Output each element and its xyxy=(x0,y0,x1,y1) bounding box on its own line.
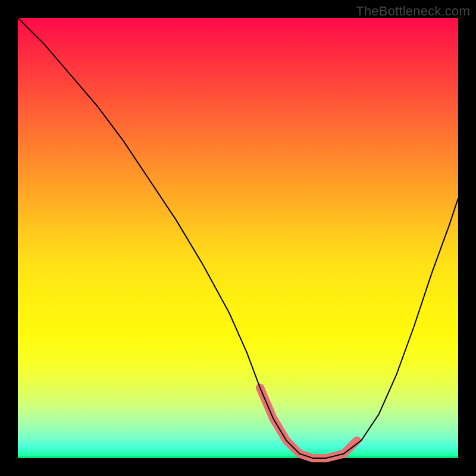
chart-container: TheBottleneck.com xyxy=(0,0,476,476)
plot-area xyxy=(18,18,458,458)
bottleneck-curve xyxy=(18,18,458,458)
watermark-label: TheBottleneck.com xyxy=(356,4,470,19)
highlight-segment xyxy=(260,388,357,458)
curve-layer xyxy=(18,18,458,458)
